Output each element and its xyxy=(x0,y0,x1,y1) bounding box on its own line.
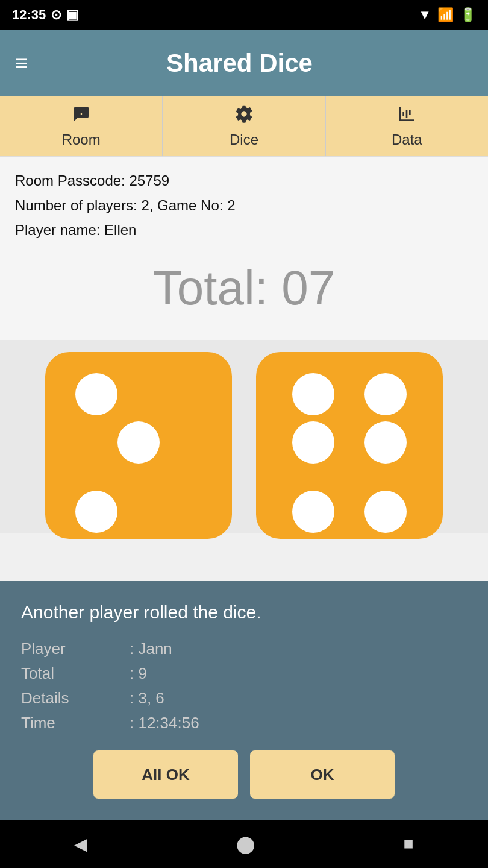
modal-overlay: Another player rolled the dice. Player :… xyxy=(0,581,488,820)
total-value: 07 xyxy=(281,261,335,315)
total-display: Total: 07 xyxy=(15,260,473,316)
back-icon[interactable]: ◀ xyxy=(74,834,87,854)
modal-total-value: : 9 xyxy=(130,664,147,683)
die2-dot1 xyxy=(292,373,334,415)
modal-time-label: Time xyxy=(21,714,130,732)
modal-player-value: : Jann xyxy=(130,640,172,658)
die2-dot6 xyxy=(364,491,407,533)
die1-dot2 xyxy=(117,421,160,464)
ok-button[interactable]: OK xyxy=(250,750,395,799)
modal-row-details: Details : 3, 6 xyxy=(21,689,467,708)
die2-dot4 xyxy=(364,421,407,464)
die2-dot2 xyxy=(364,373,407,415)
tab-dice-label: Dice xyxy=(230,131,258,148)
hamburger-menu-icon[interactable]: ≡ xyxy=(15,51,28,76)
dice-area xyxy=(0,340,488,533)
bottom-nav: ◀ ⬤ ■ xyxy=(0,820,488,868)
player-name: Player name: Ellen xyxy=(15,218,473,243)
gear-icon xyxy=(234,104,254,128)
modal-title: Another player rolled the dice. xyxy=(21,602,467,623)
all-ok-button[interactable]: All OK xyxy=(93,750,238,799)
modal-details-value: : 3, 6 xyxy=(130,689,164,708)
app-bar: ≡ Shared Dice xyxy=(0,30,488,96)
status-time: 12:35 xyxy=(12,7,46,23)
die-2[interactable] xyxy=(256,352,443,539)
signal-icon: 📶 xyxy=(437,7,454,23)
tab-room[interactable]: Room xyxy=(0,96,163,156)
tab-data-label: Data xyxy=(392,131,422,148)
modal-total-label: Total xyxy=(21,664,130,683)
recents-icon[interactable]: ■ xyxy=(404,834,414,854)
modal-time-value: : 12:34:56 xyxy=(130,714,199,732)
modal-details-label: Details xyxy=(21,689,130,708)
die2-dot5 xyxy=(292,491,334,533)
modal-row-player: Player : Jann xyxy=(21,640,467,658)
modal-row-total: Total : 9 xyxy=(21,664,467,683)
room-info: Room Passcode: 25759 Number of players: … xyxy=(15,169,473,242)
tab-data[interactable]: Data xyxy=(326,96,488,156)
modal-buttons: All OK OK xyxy=(21,750,467,799)
main-content: Room Passcode: 25759 Number of players: … xyxy=(0,157,488,340)
battery-icon: 🔋 xyxy=(460,7,476,23)
tab-bar: Room Dice Data xyxy=(0,96,488,157)
home-icon[interactable]: ⬤ xyxy=(236,834,255,854)
total-label: Total: xyxy=(153,261,268,315)
die1-dot1 xyxy=(75,373,117,415)
wifi-icon: ▼ xyxy=(418,7,431,23)
circle-icon: ⊙ xyxy=(51,7,61,23)
door-icon xyxy=(72,104,91,128)
die2-dot3 xyxy=(292,421,334,464)
room-passcode: Room Passcode: 25759 xyxy=(15,169,473,193)
die1-dot3 xyxy=(75,491,117,533)
status-bar: 12:35 ⊙ ▣ ▼ 📶 🔋 xyxy=(0,0,488,30)
app-title: Shared Dice xyxy=(28,49,451,78)
die-1[interactable] xyxy=(45,352,232,539)
modal-row-time: Time : 12:34:56 xyxy=(21,714,467,732)
chart-icon xyxy=(397,104,416,128)
modal-player-label: Player xyxy=(21,640,130,658)
players-info: Number of players: 2, Game No: 2 xyxy=(15,193,473,218)
phone-icon: ▣ xyxy=(66,7,79,23)
tab-dice[interactable]: Dice xyxy=(163,96,325,156)
tab-room-label: Room xyxy=(62,131,101,148)
